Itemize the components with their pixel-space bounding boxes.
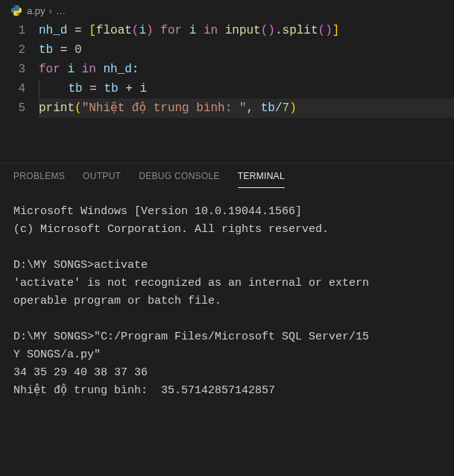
python-icon [10, 4, 22, 16]
terminal-line: D:\MY SONGS>"C:/Program Files/Microsoft … [13, 331, 369, 343]
code-line[interactable]: for i in nh_d: [39, 60, 454, 79]
terminal-line: operable program or batch file. [13, 295, 221, 307]
code-editor[interactable]: 1 2 3 4 5 nh_d = [float(i) for i in inpu… [0, 21, 454, 163]
code-line[interactable]: tb = 0 [39, 40, 454, 60]
terminal-line: (c) Microsoft Corporation. All rights re… [13, 223, 329, 236]
panel-tabs: PROBLEMS OUTPUT DEBUG CONSOLE TERMINAL [0, 163, 454, 188]
terminal-output[interactable]: Microsoft Windows [Version 10.0.19044.15… [0, 188, 454, 415]
terminal-line: Microsoft Windows [Version 10.0.19044.15… [13, 205, 302, 218]
line-number: 4 [0, 79, 25, 98]
tab-output[interactable]: OUTPUT [83, 171, 121, 188]
terminal-line: Nhiệt độ trung bình: 35.57142857142857 [13, 384, 275, 397]
line-number: 3 [0, 60, 25, 79]
terminal-line: D:\MY SONGS>activate [13, 259, 148, 272]
breadcrumb-rest[interactable]: … [56, 5, 66, 16]
line-number: 5 [0, 98, 25, 118]
chevron-right-icon: › [49, 5, 52, 16]
line-number: 1 [0, 21, 25, 40]
line-gutter: 1 2 3 4 5 [0, 21, 39, 118]
terminal-line: Y SONGS/a.py" [13, 348, 101, 361]
code-area[interactable]: nh_d = [float(i) for i in input().split(… [39, 21, 454, 118]
terminal-line: 34 35 29 40 38 37 36 [13, 366, 148, 379]
tab-debug-console[interactable]: DEBUG CONSOLE [139, 171, 220, 188]
breadcrumb-file[interactable]: a.py [27, 5, 45, 16]
code-line[interactable]: print("Nhiệt độ trung bình: ", tb/7) [39, 98, 454, 118]
tab-terminal[interactable]: TERMINAL [238, 171, 285, 188]
line-number: 2 [0, 40, 25, 60]
breadcrumb[interactable]: a.py › … [0, 0, 454, 21]
code-line[interactable]: tb = tb + i [39, 79, 454, 98]
bottom-panel: PROBLEMS OUTPUT DEBUG CONSOLE TERMINAL M… [0, 163, 454, 415]
terminal-line: 'activate' is not recognized as an inter… [13, 277, 369, 289]
code-line[interactable]: nh_d = [float(i) for i in input().split(… [39, 21, 454, 40]
tab-problems[interactable]: PROBLEMS [13, 171, 65, 188]
